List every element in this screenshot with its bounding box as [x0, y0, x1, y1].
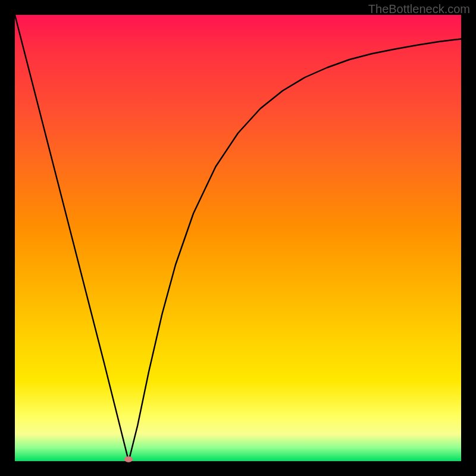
watermark-text: TheBottleneck.com — [368, 2, 470, 16]
bottleneck-curve — [15, 15, 461, 461]
chart-frame: TheBottleneck.com — [0, 0, 476, 476]
optimal-point-marker — [124, 456, 133, 462]
plot-area — [15, 15, 461, 461]
